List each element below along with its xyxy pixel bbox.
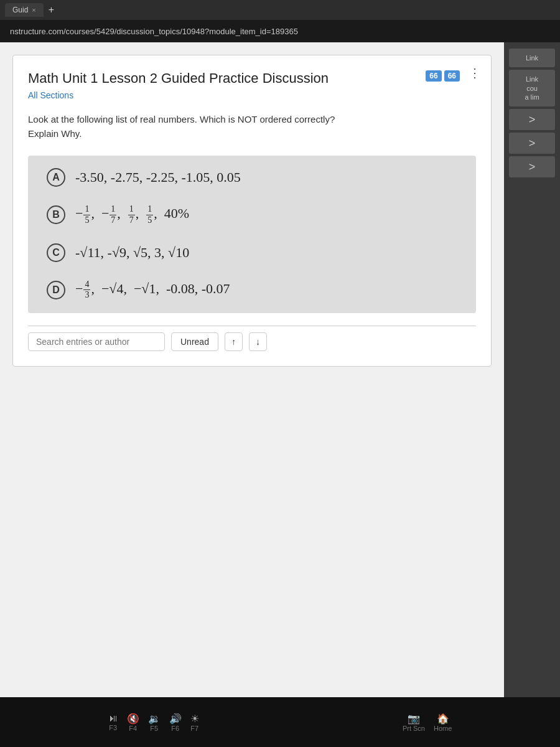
brightness-icon: ☀ — [190, 713, 199, 725]
fn-group-right: 📷 Prt Scn 🏠 Home — [403, 713, 452, 732]
choice-a-circle: A — [47, 168, 65, 187]
prompt-line2: Explain Why. — [28, 128, 82, 139]
unread-button[interactable]: Unread — [171, 332, 218, 351]
choice-d-decimals: -0.08, -0.07 — [166, 281, 230, 296]
tab-close-btn[interactable]: × — [32, 6, 35, 14]
address-text: nstructure.com/courses/5429/discussion_t… — [10, 27, 298, 36]
fn-prt-scn[interactable]: 📷 Prt Scn — [403, 713, 425, 732]
taskbar: ⏯ F3 🔇 F4 🔉 F5 🔊 F6 ☀ F7 📷 Prt Scn 🏠 Hom… — [0, 697, 560, 747]
main-area: 66 66 ⋮ Math Unit 1 Lesson 2 Guided Prac… — [0, 42, 560, 747]
discussion-card: 66 66 ⋮ Math Unit 1 Lesson 2 Guided Prac… — [12, 55, 492, 367]
sidebar-chevron-3[interactable]: > — [509, 156, 555, 177]
badge-container: 66 66 — [426, 70, 460, 82]
volume-up-icon: 🔊 — [169, 713, 182, 725]
browser-bar: Guid × + — [0, 0, 560, 20]
choice-c: C -√11, -√9, √5, 3, √10 — [47, 243, 457, 262]
sidebar-link2-sub2: a lim — [525, 93, 539, 101]
arrow-up-btn[interactable]: ↑ — [225, 332, 243, 351]
choice-b-pct: 40% — [164, 205, 189, 221]
tab-label: Guid — [12, 6, 28, 14]
sidebar-chevron-2[interactable]: > — [509, 133, 555, 154]
fn-f4-label: F4 — [129, 725, 137, 732]
prompt-text: Look at the following list of real numbe… — [28, 113, 476, 141]
more-options-btn[interactable]: ⋮ — [469, 65, 481, 80]
right-sidebar: Link Link cou a lim > > > — [504, 42, 560, 747]
mute-icon: 🔇 — [127, 713, 139, 725]
fn-f6-label: F6 — [171, 725, 179, 732]
choice-b-circle: B — [47, 205, 65, 224]
choices-area: A -3.50, -2.75, -2.25, -1.05, 0.05 B −15… — [28, 156, 476, 313]
address-bar: nstructure.com/courses/5429/discussion_t… — [0, 20, 560, 42]
choice-b-text: −15, −17, 17, 15, 40% — [75, 204, 189, 226]
choice-c-text: -√11, -√9, √5, 3, √10 — [75, 245, 189, 261]
choice-a-text: -3.50, -2.75, -2.25, -1.05, 0.05 — [75, 169, 241, 186]
sidebar-chevron-1[interactable]: > — [509, 109, 555, 130]
home-icon: 🏠 — [437, 713, 449, 725]
volume-down-icon: 🔉 — [148, 713, 161, 725]
badge-count-1: 66 — [426, 70, 441, 82]
play-pause-icon: ⏯ — [108, 713, 118, 724]
content-panel: 66 66 ⋮ Math Unit 1 Lesson 2 Guided Prac… — [0, 42, 504, 747]
arrow-down-btn[interactable]: ↓ — [249, 332, 267, 351]
choice-b: B −15, −17, 17, 15, 40% — [47, 204, 457, 226]
choice-c-circle: C — [47, 243, 65, 262]
fn-home[interactable]: 🏠 Home — [434, 713, 452, 732]
sidebar-link2-item[interactable]: Link cou a lim — [509, 70, 555, 106]
all-sections-link[interactable]: All Sections — [28, 90, 476, 100]
choice-d: D −43, −√4, −√1, -0.08, -0.07 — [47, 280, 457, 301]
fn-volume-up[interactable]: 🔊 F6 — [169, 713, 182, 732]
search-input[interactable] — [28, 332, 165, 351]
prompt-line1: Look at the following list of real numbe… — [28, 114, 335, 125]
active-tab[interactable]: Guid × — [5, 3, 44, 17]
fn-volume-down[interactable]: 🔉 F5 — [148, 713, 161, 732]
badge-count-2: 66 — [444, 70, 460, 82]
fn-f7-label: F7 — [190, 725, 198, 732]
choice-d-text: −43, −√4, −√1, -0.08, -0.07 — [75, 280, 230, 301]
fn-f3-label: F3 — [109, 724, 117, 731]
fn-play-pause[interactable]: ⏯ F3 — [108, 713, 118, 731]
sidebar-link-item[interactable]: Link — [509, 49, 555, 67]
choice-d-circle: D — [47, 281, 65, 299]
new-tab-btn[interactable]: + — [49, 4, 54, 16]
sidebar-link2-sub1: cou — [526, 85, 538, 92]
discussion-title: Math Unit 1 Lesson 2 Guided Practice Dis… — [28, 70, 476, 87]
sidebar-link-label: Link — [526, 54, 538, 62]
prt-scn-icon: 📷 — [408, 713, 420, 725]
fn-home-label: Home — [434, 725, 452, 732]
bottom-bar: Unread ↑ ↓ — [28, 326, 476, 351]
sidebar-link2-label: Link — [526, 75, 538, 83]
fn-group-left: ⏯ F3 🔇 F4 🔉 F5 🔊 F6 ☀ F7 — [108, 713, 199, 732]
fn-prt-scn-label: Prt Scn — [403, 725, 425, 732]
choice-a: A -3.50, -2.75, -2.25, -1.05, 0.05 — [47, 168, 457, 187]
fn-f5-label: F5 — [150, 725, 158, 732]
fn-brightness[interactable]: ☀ F7 — [190, 713, 199, 732]
fn-mute[interactable]: 🔇 F4 — [127, 713, 139, 732]
